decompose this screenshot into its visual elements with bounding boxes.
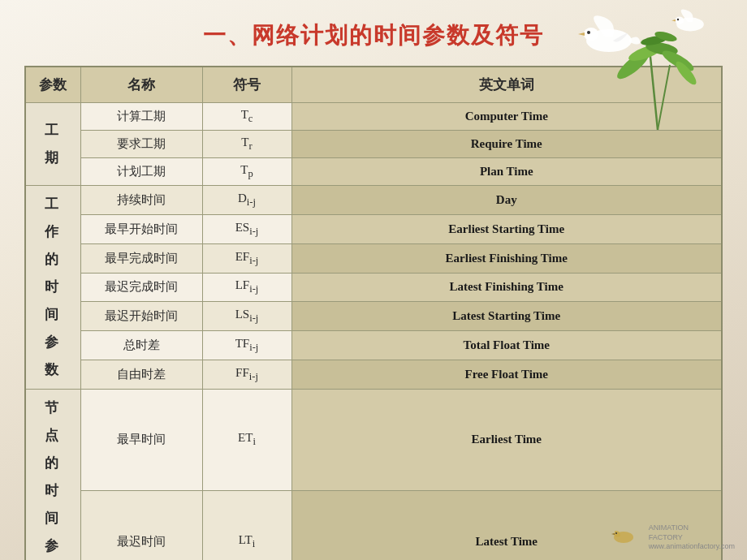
logo-bird-icon xyxy=(611,525,644,549)
symbol-cell: ESi-j xyxy=(202,214,291,243)
symbol-cell: LSi-j xyxy=(202,302,291,331)
english-cell: Earliest Time xyxy=(291,390,722,491)
header-symbol: 符号 xyxy=(202,67,291,103)
symbol-cell: Tc xyxy=(202,103,291,131)
english-cell: Free Float Time xyxy=(291,360,722,390)
name-cell: 自由时差 xyxy=(80,360,202,390)
name-cell: 最迟完成时间 xyxy=(80,273,202,302)
name-cell: 要求工期 xyxy=(80,131,202,158)
name-cell: 计划工期 xyxy=(80,158,202,186)
name-cell: 最迟时间 xyxy=(80,490,202,560)
table-row: 计划工期 Tp Plan Time xyxy=(25,158,722,186)
english-cell: Latest Starting Time xyxy=(291,302,722,331)
name-cell: 持续时间 xyxy=(80,186,202,215)
english-cell: Latest Finishing Time xyxy=(291,273,722,302)
symbol-cell: LFi-j xyxy=(202,273,291,302)
symbol-cell: LTi xyxy=(202,490,291,560)
symbol-cell: Tr xyxy=(202,131,291,158)
header-category: 参数 xyxy=(25,67,80,103)
name-cell: 最早开始时间 xyxy=(80,214,202,243)
english-cell: Earliest Finishing Time xyxy=(291,243,722,273)
table-row: 节点的时间参数 最早时间 ETi Earliest Time xyxy=(25,390,722,491)
english-cell: Plan Time xyxy=(291,158,722,186)
name-cell: 总时差 xyxy=(80,331,202,360)
header-name: 名称 xyxy=(80,67,202,103)
category-duration: 工期 xyxy=(25,103,80,186)
english-cell: Day xyxy=(291,186,722,215)
english-cell: Earliest Starting Time xyxy=(291,214,722,243)
symbol-cell: ETi xyxy=(202,390,291,491)
svg-point-17 xyxy=(615,532,617,534)
table-row: 要求工期 Tr Require Time xyxy=(25,131,722,158)
table-row: 最迟开始时间 LSi-j Latest Starting Time xyxy=(25,302,722,331)
table-row: 自由时差 FFi-j Free Float Time xyxy=(25,360,722,390)
name-cell: 最早时间 xyxy=(80,390,202,491)
parameters-table: 参数 名称 符号 英文单词 工期 计算工期 Tc Computer Time 要… xyxy=(24,66,723,560)
category-work-time: 工作的时间参数 xyxy=(25,186,80,390)
symbol-cell: Di-j xyxy=(202,186,291,215)
table-row: 总时差 TFi-j Total Float Time xyxy=(25,331,722,360)
symbol-cell: EFi-j xyxy=(202,243,291,273)
english-cell: Require Time xyxy=(291,131,722,158)
table-row: 工作的时间参数 持续时间 Di-j Day xyxy=(25,186,722,215)
english-cell: Total Float Time xyxy=(291,331,722,360)
header-english: 英文单词 xyxy=(291,67,722,103)
symbol-cell: Tp xyxy=(202,158,291,186)
category-node-time: 节点的时间参数 xyxy=(25,390,80,561)
table-row: 最早开始时间 ESi-j Earliest Starting Time xyxy=(25,214,722,243)
table-row: 最早完成时间 EFi-j Earliest Finishing Time xyxy=(25,243,722,273)
table-row: 工期 计算工期 Tc Computer Time xyxy=(25,103,722,131)
name-cell: 计算工期 xyxy=(80,103,202,131)
page-title: 一、网络计划的时间参数及符号 xyxy=(24,16,723,51)
logo-area: ANIMATION FACTORY www.animationfactory.c… xyxy=(611,523,735,552)
page-container: 一、网络计划的时间参数及符号 参数 名称 符号 英文单词 工期 计算工期 Tc … xyxy=(0,0,747,560)
name-cell: 最迟开始时间 xyxy=(80,302,202,331)
symbol-cell: FFi-j xyxy=(202,360,291,390)
name-cell: 最早完成时间 xyxy=(80,243,202,273)
logo-text: ANIMATION FACTORY www.animationfactory.c… xyxy=(649,523,735,552)
symbol-cell: TFi-j xyxy=(202,331,291,360)
table-wrapper: 参数 名称 符号 英文单词 工期 计算工期 Tc Computer Time 要… xyxy=(24,66,723,560)
table-row: 最迟完成时间 LFi-j Latest Finishing Time xyxy=(25,273,722,302)
svg-point-16 xyxy=(614,532,620,537)
english-cell: Computer Time xyxy=(291,103,722,131)
